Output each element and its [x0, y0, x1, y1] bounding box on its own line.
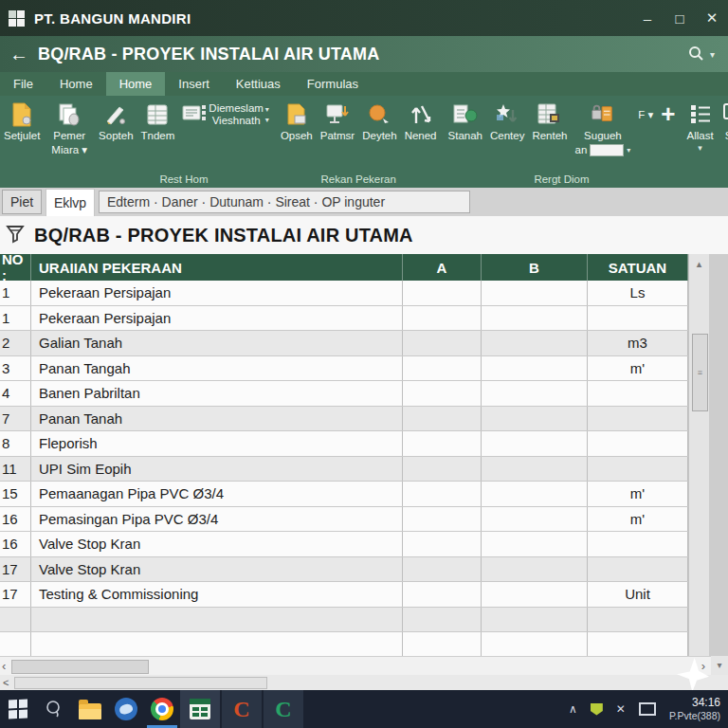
cell-b[interactable] [482, 407, 588, 431]
cell-a[interactable] [403, 482, 482, 506]
cell-satuan[interactable] [588, 457, 688, 482]
situ-button[interactable]: D Situ [719, 100, 728, 144]
minimize-button[interactable]: – [631, 0, 664, 36]
nened-button[interactable]: Nened [402, 100, 440, 144]
cell-satuan[interactable] [588, 557, 688, 582]
cell-no[interactable]: 17 [0, 557, 31, 582]
taskbar-search-button[interactable] [36, 690, 72, 728]
cell-satuan[interactable] [588, 306, 688, 331]
start-button[interactable] [0, 690, 36, 728]
scroll-down-icon[interactable]: ▾ [711, 656, 728, 675]
cell-satuan[interactable] [588, 431, 688, 456]
cell-satuan[interactable]: m' [588, 482, 688, 506]
cell-b[interactable] [482, 482, 588, 506]
plus-button[interactable]: + [658, 100, 678, 128]
cell-satuan[interactable]: Unit [588, 582, 688, 607]
cell-b[interactable] [482, 306, 588, 331]
cell-b[interactable] [482, 557, 588, 582]
cell-b[interactable] [482, 281, 588, 305]
cell-no[interactable]: 1 [0, 306, 31, 331]
horizontal-scrollbar-thumb[interactable] [11, 660, 149, 674]
cell-uraian[interactable]: Fleporish [31, 431, 403, 456]
tab-file[interactable]: File [0, 72, 46, 96]
cell-satuan[interactable] [588, 532, 688, 556]
dropdown-caret-icon[interactable]: ▾ [265, 117, 269, 124]
cell-uraian[interactable]: Panan Tanah [31, 407, 403, 431]
cell-a[interactable] [403, 331, 482, 355]
setjulet-button[interactable]: Setjulet [1, 100, 43, 144]
cell-b[interactable] [482, 532, 588, 556]
cell-a[interactable] [403, 507, 482, 532]
file-explorer-button[interactable] [72, 690, 108, 728]
sugueh-button[interactable]: Sugueh an ▾ [573, 100, 634, 158]
stanah-button[interactable]: Stanah [446, 100, 485, 144]
strip-track[interactable] [14, 677, 267, 689]
dropdown-caret-icon[interactable]: ▾ [265, 106, 269, 114]
orange-app-button[interactable]: C [222, 690, 262, 728]
cell-uraian[interactable]: Pemaanagan Pipa PVC Ø3/4 [31, 482, 403, 506]
cell-a[interactable] [403, 582, 482, 607]
tab-formulas[interactable]: Formulas [294, 72, 372, 96]
back-button[interactable]: ← [0, 44, 38, 65]
cell-no[interactable]: 1 [0, 281, 31, 305]
cell-no[interactable]: 7 [0, 407, 31, 431]
header-uraian[interactable]: URAIIAN PEKERAAN [31, 254, 403, 281]
tray-shield-icon[interactable] [591, 703, 603, 716]
scroll-left-icon[interactable]: ‹ [2, 659, 6, 673]
chrome-button[interactable] [144, 690, 180, 728]
centey-button[interactable]: Centey [487, 100, 527, 144]
name-box[interactable]: Piet [2, 190, 42, 214]
cell-uraian[interactable]: Banen Pabriltan [31, 381, 403, 406]
close-button[interactable]: ✕ [696, 0, 728, 36]
cell-a[interactable] [403, 407, 482, 431]
cell-no[interactable]: 11 [0, 457, 31, 482]
dropdown-caret-icon[interactable]: ▾ [627, 146, 630, 155]
blue-app-button[interactable] [108, 690, 144, 728]
renteh-button[interactable]: Renteh [529, 100, 570, 144]
cell-b[interactable] [482, 431, 588, 456]
cell-no[interactable]: 2 [0, 331, 31, 355]
header-no[interactable]: NO : [0, 254, 31, 281]
cell-a[interactable] [403, 356, 482, 381]
f-dropdown-button[interactable]: F ▾ [635, 100, 656, 123]
cell-satuan[interactable]: m3 [588, 331, 688, 355]
cell-b[interactable] [482, 381, 588, 406]
cell-a[interactable] [403, 457, 482, 482]
cell-uraian[interactable]: Pemasingan Pipa PVC Ø3/4 [31, 507, 403, 532]
patmsr-button[interactable]: Patmsr [318, 100, 357, 144]
empty-row[interactable] [0, 632, 688, 656]
green-app-button[interactable]: C [264, 690, 303, 728]
cell-b[interactable] [482, 507, 588, 532]
cell-satuan[interactable]: m' [588, 356, 688, 381]
tab-kettiuas[interactable]: Kettiuas [223, 72, 294, 96]
cell-no[interactable]: 15 [0, 482, 31, 506]
cell-a[interactable] [403, 532, 482, 556]
vertical-scrollbar[interactable]: ▴ ≡ [688, 254, 709, 656]
tndem-button[interactable]: Tndem [138, 100, 178, 144]
dropdown-caret-icon[interactable]: ▾ [698, 144, 702, 153]
cell-a[interactable] [403, 557, 482, 582]
scroll-up-icon[interactable]: ▴ [689, 258, 709, 270]
formula-bar[interactable]: Edterm · Daner · Dutunam · Sireat · OP i… [99, 191, 470, 213]
tab-insert[interactable]: Insert [165, 72, 223, 96]
empty-row[interactable] [0, 608, 688, 633]
tray-display-icon[interactable] [639, 702, 656, 716]
opseh-button[interactable]: Opseh [278, 100, 316, 144]
cell-b[interactable] [482, 331, 588, 355]
header-a[interactable]: A [403, 254, 482, 281]
cell-uraian[interactable]: Panan Tangah [31, 356, 403, 381]
tab-home-active[interactable]: Home [106, 72, 166, 96]
cell-a[interactable] [403, 381, 482, 406]
search-button[interactable]: ▾ [687, 46, 728, 63]
cell-uraian[interactable]: Valve Stop Kran [31, 532, 403, 556]
cell-b[interactable] [482, 582, 588, 607]
deyteh-button[interactable]: Deyteh [359, 100, 399, 144]
allast-button[interactable]: Allast ▾ [684, 100, 717, 155]
cell-uraian[interactable]: UPI Sim Eopih [31, 457, 403, 482]
cell-a[interactable] [403, 431, 482, 456]
header-satuan[interactable]: SATUAN [588, 254, 688, 281]
cell-no[interactable]: 16 [0, 507, 31, 532]
cell-satuan[interactable] [588, 407, 688, 431]
tray-expand-icon[interactable]: ∧ [569, 702, 577, 716]
tab-home[interactable]: Home [46, 72, 106, 96]
